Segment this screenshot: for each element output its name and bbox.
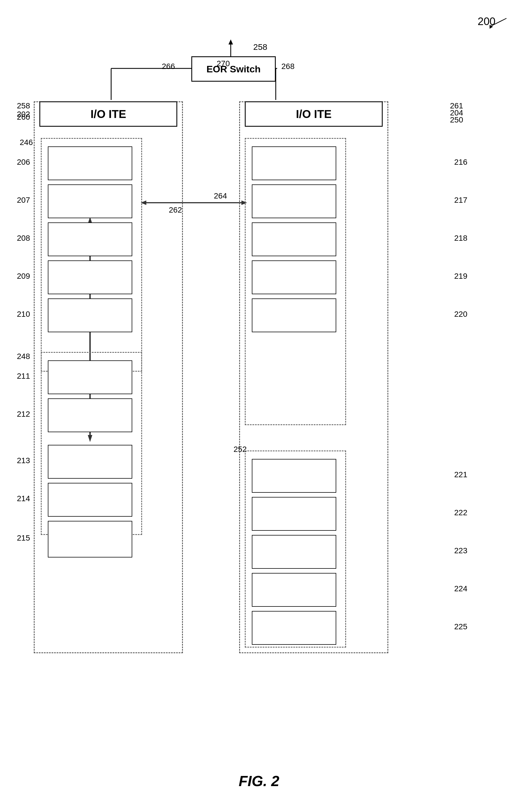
figure-number-label: 200: [478, 16, 495, 28]
label-210: 210: [17, 310, 30, 319]
slot-217: [252, 184, 336, 218]
io-ite-right-box: I/O ITE: [245, 102, 383, 127]
slot-216: [252, 146, 336, 180]
label-219: 219: [454, 272, 467, 281]
label-215: 215: [17, 533, 30, 543]
label-223: 223: [454, 546, 467, 555]
label-225: 225: [454, 622, 467, 631]
slot-214: [48, 483, 132, 517]
label-211: 211: [17, 372, 30, 381]
slot-208: [48, 223, 132, 256]
label-246: 246: [20, 138, 33, 147]
label-206: 206: [17, 158, 30, 167]
figure-label: FIG. 2: [239, 773, 279, 789]
label-208: 208: [17, 234, 30, 243]
slot-225: [252, 611, 336, 645]
label-224: 224: [454, 584, 467, 593]
label-258-left: 258: [17, 102, 30, 110]
label-221: 221: [454, 470, 467, 479]
slot-220: [252, 298, 336, 332]
label-248: 248: [17, 352, 30, 361]
label-213: 213: [17, 456, 30, 465]
io-ite-left-label: I/O ITE: [91, 108, 126, 120]
slot-209: [48, 260, 132, 294]
slot-218: [252, 223, 336, 256]
label-220: 220: [454, 310, 467, 319]
slot-222: [252, 497, 336, 531]
slot-206: [48, 146, 132, 180]
slot-207: [48, 184, 132, 218]
label-216: 216: [454, 158, 467, 167]
label-212: 212: [17, 410, 30, 419]
label-214: 214: [17, 494, 30, 503]
diagram-container: 200 EOR Switch 258 270 266 268 260 I/O I…: [0, 0, 518, 812]
label-270: 270: [217, 59, 230, 68]
eor-switch-box: EOR Switch: [191, 56, 276, 82]
slot-224: [252, 573, 336, 607]
slot-215: [48, 521, 132, 557]
label-266: 266: [162, 62, 175, 71]
label-250: 250: [450, 115, 463, 124]
slot-221: [252, 459, 336, 493]
slot-223: [252, 535, 336, 569]
label-209: 209: [17, 272, 30, 281]
slot-213: [48, 445, 132, 478]
io-ite-left-box: I/O ITE: [39, 102, 177, 127]
label-222: 222: [454, 508, 467, 517]
label-262: 262: [169, 206, 182, 214]
label-202: 202: [17, 110, 30, 119]
label-207: 207: [17, 196, 30, 205]
slot-219: [252, 260, 336, 294]
io-ite-right-label: I/O ITE: [296, 108, 332, 120]
label-258-top: 258: [253, 42, 267, 52]
slot-210: [48, 298, 132, 332]
slot-212: [48, 398, 132, 432]
label-268: 268: [281, 62, 295, 71]
label-264: 264: [214, 192, 227, 200]
slot-211: [48, 360, 132, 394]
eor-switch-label: EOR Switch: [207, 64, 261, 75]
label-218: 218: [454, 234, 467, 243]
label-217: 217: [454, 196, 467, 205]
svg-marker-10: [228, 39, 233, 45]
